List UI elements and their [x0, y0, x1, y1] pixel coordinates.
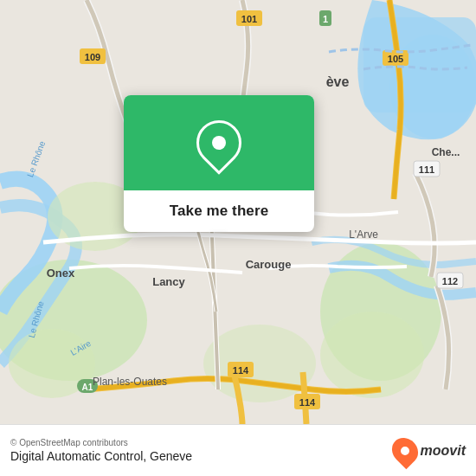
svg-text:114: 114	[233, 365, 249, 376]
svg-text:112: 112	[442, 276, 458, 286]
popup-button-area: Take me there	[124, 190, 314, 232]
svg-text:ève: ève	[326, 74, 350, 89]
svg-text:109: 109	[85, 52, 100, 62]
location-label: Digital Automatic Control, Geneve	[10, 449, 192, 463]
svg-text:111: 111	[419, 164, 434, 175]
moovit-logo[interactable]: moovit	[393, 437, 466, 465]
attribution-text: © OpenStreetMap contributors	[10, 438, 192, 447]
map-container: 109 101 1 105 111 112 A1 114 114 Onex La…	[0, 0, 476, 424]
svg-text:Onex: Onex	[47, 267, 75, 280]
svg-text:114: 114	[299, 397, 316, 408]
svg-text:1: 1	[323, 14, 328, 24]
svg-text:Che...: Che...	[432, 146, 460, 158]
svg-text:105: 105	[388, 54, 403, 64]
bottom-bar: © OpenStreetMap contributors Digital Aut…	[0, 424, 476, 476]
moovit-pin-icon	[386, 432, 422, 468]
svg-text:L'Arve: L'Arve	[349, 228, 378, 241]
svg-text:Lancy: Lancy	[152, 275, 185, 288]
svg-text:A1: A1	[82, 383, 93, 392]
moovit-brand-text: moovit	[421, 443, 466, 459]
svg-text:101: 101	[241, 14, 257, 24]
bottom-left: © OpenStreetMap contributors Digital Aut…	[10, 438, 192, 463]
take-me-there-button[interactable]: Take me there	[170, 203, 268, 220]
svg-text:Carouge: Carouge	[246, 258, 292, 271]
popup-card: Take me there	[124, 95, 314, 232]
popup-header	[124, 95, 314, 190]
location-pin-icon	[187, 111, 251, 175]
svg-text:Plan-les-Ouates: Plan-les-Ouates	[93, 376, 167, 388]
svg-point-6	[320, 312, 424, 398]
